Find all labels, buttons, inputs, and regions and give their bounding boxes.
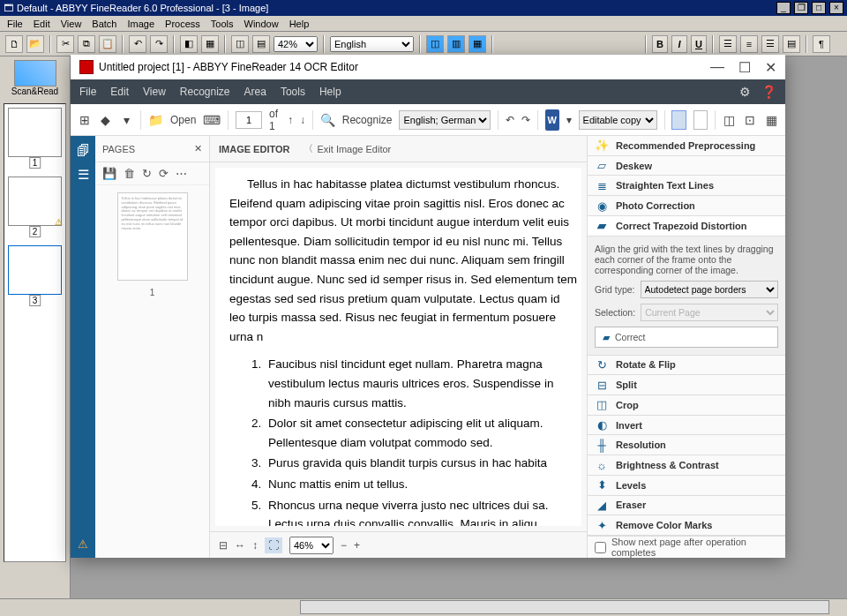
open-icon[interactable]: 📂 xyxy=(26,35,44,53)
word-drop-icon[interactable]: ▾ xyxy=(566,114,572,126)
show-next-checkbox[interactable] xyxy=(595,542,606,553)
fit-screen-icon[interactable]: ⛶ xyxy=(265,537,282,553)
dropdown-icon[interactable]: ▾ xyxy=(120,109,134,131)
fr6-thumb-1[interactable]: 1 xyxy=(8,108,62,157)
fr14-menu-edit[interactable]: Edit xyxy=(110,86,129,98)
fr14-menu-view[interactable]: View xyxy=(143,86,166,98)
fr14-menu-recognize[interactable]: Recognize xyxy=(180,86,230,98)
refresh-icon[interactable]: ⟳ xyxy=(159,167,169,180)
document-view[interactable]: Tellus in hac habitasse platea dictumst … xyxy=(215,168,581,526)
editor-zoom-select[interactable]: 46% xyxy=(289,537,334,554)
mode-select[interactable]: Editable copy xyxy=(579,110,657,130)
page-thumbnail[interactable]: Tellus in hac habitasse platea dictumst … xyxy=(117,192,188,281)
cut-icon[interactable]: ✂ xyxy=(56,35,74,53)
settings-icon[interactable]: ⚙ xyxy=(739,85,751,99)
fr6-btn-b[interactable]: ▦ xyxy=(201,35,219,53)
fr6-menu-file[interactable]: File xyxy=(7,19,23,29)
recognize-label[interactable]: Recognize xyxy=(342,114,393,126)
page-input[interactable] xyxy=(236,111,262,129)
fr6-menu-tools[interactable]: Tools xyxy=(211,19,234,29)
new-icon[interactable]: 🗋 xyxy=(5,35,23,53)
fr6-btn-a[interactable]: ◧ xyxy=(180,35,198,53)
view-toggle-1[interactable] xyxy=(671,110,686,130)
tool-icon-b[interactable]: ⊡ xyxy=(744,109,758,131)
align-left-icon[interactable]: ☰ xyxy=(719,35,737,53)
list-icon[interactable]: ☰ xyxy=(78,167,89,183)
fr6-menu-process[interactable]: Process xyxy=(165,19,200,29)
fr14-menu-tools[interactable]: Tools xyxy=(281,86,305,98)
remove-color-marks[interactable]: ✦Remove Color Marks xyxy=(588,515,785,536)
fr6-hscroll[interactable] xyxy=(300,600,829,614)
scan-read-button[interactable]: Scan&Read xyxy=(0,56,70,100)
invert[interactable]: ◐Invert xyxy=(588,416,785,436)
fr6-menu-batch[interactable]: Batch xyxy=(92,19,116,29)
fr6-thumb-3[interactable]: 3 xyxy=(8,245,62,295)
delete-icon[interactable]: 🗑 xyxy=(124,167,135,180)
align-center-icon[interactable]: ≡ xyxy=(740,35,758,53)
paste-icon[interactable]: 📋 xyxy=(99,35,116,53)
view-toggle-2[interactable] xyxy=(693,110,708,130)
fr14-max-button[interactable]: ☐ xyxy=(738,59,751,76)
tool-icon-c[interactable]: ▦ xyxy=(764,109,778,131)
undo-icon-14[interactable]: ↶ xyxy=(506,114,514,126)
fr6-menu-edit[interactable]: Edit xyxy=(34,19,50,29)
resolution[interactable]: ╫Resolution xyxy=(588,435,785,455)
fr14-menu-file[interactable]: File xyxy=(79,86,96,98)
fr6-min-button[interactable]: _ xyxy=(776,2,791,14)
correct-button[interactable]: ▰ Correct xyxy=(595,327,778,348)
fr6-menu-image[interactable]: Image xyxy=(128,19,155,29)
pages-close-icon[interactable]: ✕ xyxy=(194,143,202,154)
fr6-thumb-2[interactable]: 2 xyxy=(8,177,62,226)
eraser[interactable]: ◢Eraser xyxy=(588,496,785,516)
brightness-contrast[interactable]: ☼Brightness & Contrast xyxy=(588,455,785,476)
fr14-min-button[interactable]: — xyxy=(710,59,724,76)
grid-type-select[interactable]: Autodetect page borders xyxy=(641,281,778,298)
straighten-lines[interactable]: ≣Straighten Text Lines xyxy=(588,176,785,196)
layout-icon-1[interactable]: ◫ xyxy=(426,35,444,53)
fr6-restore-button[interactable]: ❐ xyxy=(794,2,808,14)
fr6-btn-c[interactable]: ◫ xyxy=(231,35,249,53)
redo-icon-14[interactable]: ↷ xyxy=(521,114,530,126)
pilcrow-icon[interactable]: ¶ xyxy=(813,35,830,53)
italic-button[interactable]: I xyxy=(671,35,687,53)
zoom-out-icon[interactable]: − xyxy=(341,539,347,552)
fr6-close-button[interactable]: × xyxy=(829,2,843,14)
pages-icon[interactable]: 🗐 xyxy=(77,143,90,158)
recommended-preprocessing[interactable]: ✨Recommended Preprocessing xyxy=(588,136,785,156)
fr6-menu-help[interactable]: Help xyxy=(289,19,310,29)
correct-trapezoid[interactable]: ▰Correct Trapezoid Distortion xyxy=(588,216,785,237)
levels[interactable]: ⬍Levels xyxy=(588,476,785,496)
fr14-menu-area[interactable]: Area xyxy=(244,86,266,98)
new-project-icon[interactable]: ⊞ xyxy=(78,109,92,131)
fr6-zoom-select[interactable]: 42% xyxy=(274,36,318,52)
foot-icon-1[interactable]: ⊟ xyxy=(219,539,228,552)
tool-icon-a[interactable]: ◫ xyxy=(723,109,737,131)
copy-icon[interactable]: ⧉ xyxy=(78,35,95,53)
deskew[interactable]: ▱Deskew xyxy=(588,156,785,177)
photo-correction[interactable]: ◉Photo Correction xyxy=(588,196,785,216)
scan-icon[interactable]: ⌨ xyxy=(203,109,221,131)
exit-editor-button[interactable]: 〈 Exit Image Editor xyxy=(304,142,391,155)
word-icon[interactable]: W xyxy=(545,109,559,131)
zoom-in-icon[interactable]: + xyxy=(354,539,360,552)
rotate-flip[interactable]: ↻Rotate & Flip xyxy=(588,356,785,376)
open-label[interactable]: Open xyxy=(170,114,196,126)
fit-width-icon[interactable]: ↔ xyxy=(235,539,245,552)
fr6-btn-d[interactable]: ▤ xyxy=(252,35,270,53)
page-up-icon[interactable]: ↑ xyxy=(288,114,293,126)
fr6-max-button[interactable]: □ xyxy=(812,2,826,14)
selection-select[interactable]: Current Page xyxy=(641,304,778,321)
folder-icon[interactable]: 📁 xyxy=(148,109,163,131)
help-icon[interactable]: ❓ xyxy=(761,85,776,99)
underline-button[interactable]: U xyxy=(691,35,707,53)
fr14-close-button[interactable]: ✕ xyxy=(765,59,776,76)
page-down-icon[interactable]: ↓ xyxy=(300,114,305,126)
layout-icon-3[interactable]: ▦ xyxy=(468,35,486,53)
recognize-icon[interactable]: 🔍 xyxy=(320,109,335,131)
crop[interactable]: ◫Crop xyxy=(588,395,785,416)
align-right-icon[interactable]: ☰ xyxy=(761,35,779,53)
fr6-menu-window[interactable]: Window xyxy=(244,19,279,29)
language-select[interactable]: English; German xyxy=(399,110,491,130)
save-icon[interactable]: 💾 xyxy=(102,167,116,180)
undo-icon[interactable]: ↶ xyxy=(129,35,146,53)
